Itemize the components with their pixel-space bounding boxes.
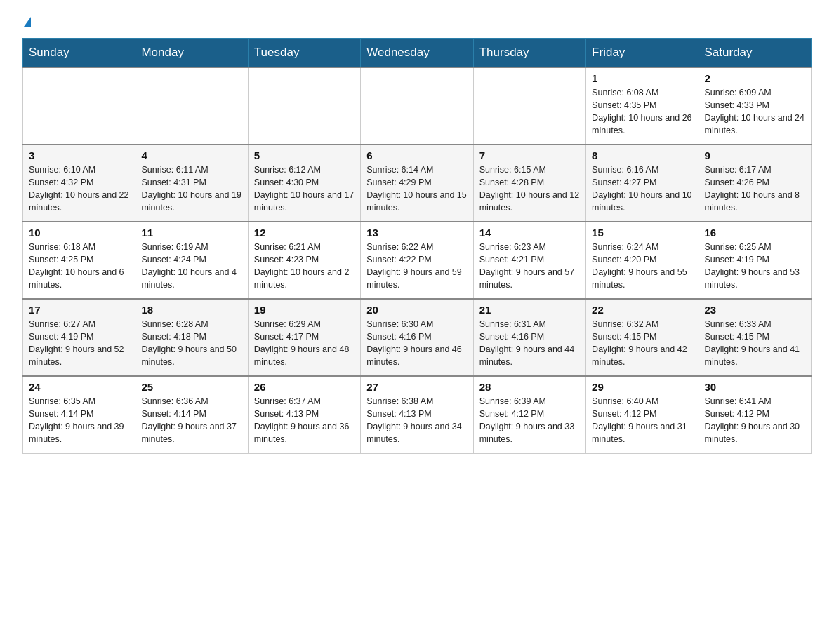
day-info: Sunrise: 6:39 AM Sunset: 4:12 PM Dayligh…: [479, 395, 580, 446]
day-number: 15: [592, 227, 692, 239]
day-info: Sunrise: 6:21 AM Sunset: 4:23 PM Dayligh…: [254, 241, 355, 292]
calendar-cell: 7Sunrise: 6:15 AM Sunset: 4:28 PM Daylig…: [473, 145, 585, 222]
day-number: 3: [29, 149, 129, 161]
day-info: Sunrise: 6:24 AM Sunset: 4:20 PM Dayligh…: [592, 241, 692, 292]
day-number: 26: [254, 381, 355, 393]
day-number: 8: [592, 149, 692, 161]
day-number: 27: [366, 381, 467, 393]
calendar-cell: 21Sunrise: 6:31 AM Sunset: 4:16 PM Dayli…: [473, 299, 585, 376]
calendar-table: SundayMondayTuesdayWednesdayThursdayFrid…: [22, 38, 812, 454]
calendar-cell: 12Sunrise: 6:21 AM Sunset: 4:23 PM Dayli…: [248, 222, 360, 299]
day-info: Sunrise: 6:35 AM Sunset: 4:14 PM Dayligh…: [29, 395, 129, 446]
day-number: 5: [254, 149, 355, 161]
day-number: 11: [141, 227, 241, 239]
calendar-header-row: SundayMondayTuesdayWednesdayThursdayFrid…: [23, 39, 812, 68]
day-info: Sunrise: 6:12 AM Sunset: 4:30 PM Dayligh…: [254, 163, 355, 215]
day-info: Sunrise: 6:10 AM Sunset: 4:32 PM Dayligh…: [29, 163, 129, 215]
calendar-cell: 17Sunrise: 6:27 AM Sunset: 4:19 PM Dayli…: [23, 299, 135, 376]
day-number: 7: [479, 149, 580, 161]
day-info: Sunrise: 6:31 AM Sunset: 4:16 PM Dayligh…: [479, 318, 580, 369]
calendar-week-row: 3Sunrise: 6:10 AM Sunset: 4:32 PM Daylig…: [23, 145, 812, 222]
calendar-cell: 19Sunrise: 6:29 AM Sunset: 4:17 PM Dayli…: [248, 299, 360, 376]
calendar-cell: 25Sunrise: 6:36 AM Sunset: 4:14 PM Dayli…: [135, 376, 248, 453]
logo: [22, 17, 31, 27]
day-number: 30: [705, 381, 805, 393]
day-info: Sunrise: 6:28 AM Sunset: 4:18 PM Dayligh…: [141, 318, 241, 369]
day-number: 10: [29, 227, 129, 239]
day-info: Sunrise: 6:23 AM Sunset: 4:21 PM Dayligh…: [479, 241, 580, 292]
day-number: 20: [366, 304, 467, 316]
day-of-week-header: Monday: [135, 39, 248, 68]
day-number: 23: [705, 304, 805, 316]
calendar-cell: [361, 67, 473, 145]
day-info: Sunrise: 6:27 AM Sunset: 4:19 PM Dayligh…: [29, 318, 129, 369]
calendar-cell: 27Sunrise: 6:38 AM Sunset: 4:13 PM Dayli…: [361, 376, 473, 453]
calendar-cell: 14Sunrise: 6:23 AM Sunset: 4:21 PM Dayli…: [473, 222, 585, 299]
calendar-cell: 4Sunrise: 6:11 AM Sunset: 4:31 PM Daylig…: [135, 145, 248, 222]
calendar-cell: 5Sunrise: 6:12 AM Sunset: 4:30 PM Daylig…: [248, 145, 360, 222]
day-info: Sunrise: 6:40 AM Sunset: 4:12 PM Dayligh…: [592, 395, 692, 446]
calendar-cell: 15Sunrise: 6:24 AM Sunset: 4:20 PM Dayli…: [586, 222, 699, 299]
calendar-cell: [23, 67, 135, 145]
day-info: Sunrise: 6:25 AM Sunset: 4:19 PM Dayligh…: [705, 241, 805, 292]
calendar-cell: 10Sunrise: 6:18 AM Sunset: 4:25 PM Dayli…: [23, 222, 135, 299]
day-number: 29: [592, 381, 692, 393]
day-of-week-header: Thursday: [473, 39, 585, 68]
day-of-week-header: Tuesday: [248, 39, 360, 68]
day-info: Sunrise: 6:19 AM Sunset: 4:24 PM Dayligh…: [141, 241, 241, 292]
calendar-cell: 24Sunrise: 6:35 AM Sunset: 4:14 PM Dayli…: [23, 376, 135, 453]
calendar-cell: [248, 67, 360, 145]
calendar-cell: 16Sunrise: 6:25 AM Sunset: 4:19 PM Dayli…: [699, 222, 811, 299]
calendar-cell: 3Sunrise: 6:10 AM Sunset: 4:32 PM Daylig…: [23, 145, 135, 222]
calendar-week-row: 10Sunrise: 6:18 AM Sunset: 4:25 PM Dayli…: [23, 222, 812, 299]
day-number: 4: [141, 149, 241, 161]
calendar-cell: 29Sunrise: 6:40 AM Sunset: 4:12 PM Dayli…: [586, 376, 699, 453]
day-info: Sunrise: 6:08 AM Sunset: 4:35 PM Dayligh…: [592, 86, 692, 137]
day-number: 17: [29, 304, 129, 316]
day-info: Sunrise: 6:22 AM Sunset: 4:22 PM Dayligh…: [366, 241, 467, 292]
day-of-week-header: Saturday: [699, 39, 811, 68]
day-number: 6: [366, 149, 467, 161]
day-info: Sunrise: 6:32 AM Sunset: 4:15 PM Dayligh…: [592, 318, 692, 369]
day-number: 12: [254, 227, 355, 239]
day-of-week-header: Wednesday: [361, 39, 473, 68]
day-info: Sunrise: 6:09 AM Sunset: 4:33 PM Dayligh…: [705, 86, 805, 137]
day-number: 21: [479, 304, 580, 316]
calendar-cell: 20Sunrise: 6:30 AM Sunset: 4:16 PM Dayli…: [361, 299, 473, 376]
day-number: 2: [705, 72, 805, 84]
calendar-cell: 23Sunrise: 6:33 AM Sunset: 4:15 PM Dayli…: [699, 299, 811, 376]
calendar-cell: 6Sunrise: 6:14 AM Sunset: 4:29 PM Daylig…: [361, 145, 473, 222]
calendar-cell: 8Sunrise: 6:16 AM Sunset: 4:27 PM Daylig…: [586, 145, 699, 222]
calendar-cell: [473, 67, 585, 145]
day-number: 18: [141, 304, 241, 316]
day-number: 24: [29, 381, 129, 393]
day-info: Sunrise: 6:37 AM Sunset: 4:13 PM Dayligh…: [254, 395, 355, 446]
day-info: Sunrise: 6:38 AM Sunset: 4:13 PM Dayligh…: [366, 395, 467, 446]
day-number: 9: [705, 149, 805, 161]
page-header: [22, 17, 812, 27]
calendar-cell: [135, 67, 248, 145]
calendar-week-row: 17Sunrise: 6:27 AM Sunset: 4:19 PM Dayli…: [23, 299, 812, 376]
day-info: Sunrise: 6:30 AM Sunset: 4:16 PM Dayligh…: [366, 318, 467, 369]
day-info: Sunrise: 6:33 AM Sunset: 4:15 PM Dayligh…: [705, 318, 805, 369]
day-number: 16: [705, 227, 805, 239]
day-info: Sunrise: 6:16 AM Sunset: 4:27 PM Dayligh…: [592, 163, 692, 215]
calendar-cell: 1Sunrise: 6:08 AM Sunset: 4:35 PM Daylig…: [586, 67, 699, 145]
calendar-cell: 9Sunrise: 6:17 AM Sunset: 4:26 PM Daylig…: [699, 145, 811, 222]
day-number: 22: [592, 304, 692, 316]
day-info: Sunrise: 6:14 AM Sunset: 4:29 PM Dayligh…: [366, 163, 467, 215]
day-number: 13: [366, 227, 467, 239]
day-info: Sunrise: 6:36 AM Sunset: 4:14 PM Dayligh…: [141, 395, 241, 446]
calendar-cell: 28Sunrise: 6:39 AM Sunset: 4:12 PM Dayli…: [473, 376, 585, 453]
day-info: Sunrise: 6:11 AM Sunset: 4:31 PM Dayligh…: [141, 163, 241, 215]
calendar-week-row: 1Sunrise: 6:08 AM Sunset: 4:35 PM Daylig…: [23, 67, 812, 145]
day-of-week-header: Sunday: [23, 39, 135, 68]
calendar-cell: 18Sunrise: 6:28 AM Sunset: 4:18 PM Dayli…: [135, 299, 248, 376]
day-info: Sunrise: 6:15 AM Sunset: 4:28 PM Dayligh…: [479, 163, 580, 215]
calendar-cell: 22Sunrise: 6:32 AM Sunset: 4:15 PM Dayli…: [586, 299, 699, 376]
calendar-week-row: 24Sunrise: 6:35 AM Sunset: 4:14 PM Dayli…: [23, 376, 812, 453]
day-info: Sunrise: 6:41 AM Sunset: 4:12 PM Dayligh…: [705, 395, 805, 446]
calendar-cell: 11Sunrise: 6:19 AM Sunset: 4:24 PM Dayli…: [135, 222, 248, 299]
day-of-week-header: Friday: [586, 39, 699, 68]
day-number: 1: [592, 72, 692, 84]
